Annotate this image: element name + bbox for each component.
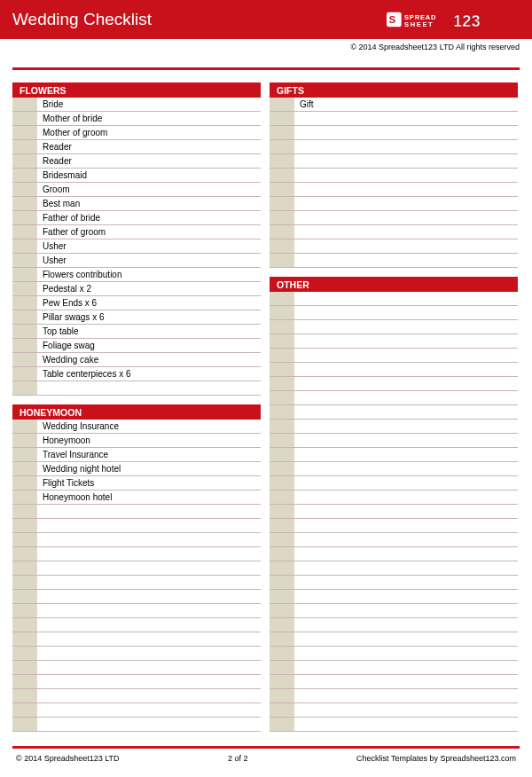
checkbox-cell[interactable] bbox=[270, 349, 294, 363]
checkbox-cell[interactable] bbox=[12, 339, 37, 353]
checkbox-cell[interactable] bbox=[12, 325, 37, 339]
checkbox-cell[interactable] bbox=[12, 197, 37, 211]
checklist-row bbox=[12, 689, 261, 703]
checkbox-cell[interactable] bbox=[270, 183, 294, 197]
checkbox-cell[interactable] bbox=[270, 661, 294, 675]
checkbox-cell[interactable] bbox=[270, 675, 294, 689]
checkbox-cell[interactable] bbox=[12, 491, 37, 505]
checkbox-cell[interactable] bbox=[270, 618, 294, 632]
checkbox-cell[interactable] bbox=[270, 462, 294, 476]
checkbox-cell[interactable] bbox=[12, 239, 37, 254]
checkbox-cell[interactable] bbox=[12, 448, 37, 462]
checkbox-cell[interactable] bbox=[270, 254, 294, 268]
checkbox-cell[interactable] bbox=[270, 561, 294, 576]
checkbox-cell[interactable] bbox=[270, 703, 294, 718]
checklist-row bbox=[270, 154, 518, 169]
checkbox-cell[interactable] bbox=[12, 254, 37, 268]
checkbox-cell[interactable] bbox=[12, 604, 37, 618]
checkbox-cell[interactable] bbox=[12, 353, 37, 367]
checkbox-cell[interactable] bbox=[12, 420, 37, 434]
checkbox-cell[interactable] bbox=[270, 98, 294, 112]
checkbox-cell[interactable] bbox=[12, 703, 37, 718]
checkbox-cell[interactable] bbox=[12, 112, 37, 126]
checkbox-cell[interactable] bbox=[270, 604, 294, 618]
checkbox-cell[interactable] bbox=[270, 320, 294, 334]
checklist-row bbox=[270, 689, 518, 703]
checkbox-cell[interactable] bbox=[270, 505, 294, 519]
checkbox-cell[interactable] bbox=[12, 519, 37, 533]
checkbox-cell[interactable] bbox=[270, 292, 294, 306]
checkbox-cell[interactable] bbox=[12, 434, 37, 448]
checkbox-cell[interactable] bbox=[12, 367, 37, 381]
checkbox-cell[interactable] bbox=[12, 632, 37, 647]
row-label bbox=[294, 334, 518, 348]
checkbox-cell[interactable] bbox=[270, 334, 294, 349]
checkbox-cell[interactable] bbox=[12, 590, 37, 604]
checkbox-cell[interactable] bbox=[270, 420, 294, 434]
checkbox-cell[interactable] bbox=[270, 211, 294, 225]
checkbox-cell[interactable] bbox=[12, 505, 37, 519]
checkbox-cell[interactable] bbox=[12, 533, 37, 547]
checkbox-cell[interactable] bbox=[12, 647, 37, 661]
checkbox-cell[interactable] bbox=[270, 632, 294, 647]
checkbox-cell[interactable] bbox=[12, 296, 37, 310]
checkbox-cell[interactable] bbox=[12, 154, 37, 169]
row-label bbox=[294, 618, 518, 632]
checkbox-cell[interactable] bbox=[270, 689, 294, 703]
checkbox-cell[interactable] bbox=[12, 561, 37, 576]
checkbox-cell[interactable] bbox=[270, 306, 294, 320]
checklist-row bbox=[270, 292, 518, 306]
checkbox-cell[interactable] bbox=[12, 476, 37, 491]
checkbox-cell[interactable] bbox=[270, 377, 294, 391]
checkbox-cell[interactable] bbox=[12, 268, 37, 282]
checkbox-cell[interactable] bbox=[270, 405, 294, 420]
page-title: Wedding Checklist bbox=[12, 10, 152, 29]
checkbox-cell[interactable] bbox=[270, 434, 294, 448]
checkbox-cell[interactable] bbox=[270, 225, 294, 239]
checkbox-cell[interactable] bbox=[270, 647, 294, 661]
checkbox-cell[interactable] bbox=[270, 519, 294, 533]
checkbox-cell[interactable] bbox=[270, 476, 294, 491]
checkbox-cell[interactable] bbox=[12, 689, 37, 703]
checkbox-cell[interactable] bbox=[12, 225, 37, 239]
checkbox-cell[interactable] bbox=[12, 661, 37, 675]
checkbox-cell[interactable] bbox=[12, 618, 37, 632]
checklist-row bbox=[270, 169, 518, 183]
checkbox-cell[interactable] bbox=[12, 282, 37, 296]
checklist-row bbox=[270, 211, 518, 225]
section-header: GIFTS bbox=[270, 82, 518, 98]
checkbox-cell[interactable] bbox=[12, 547, 37, 561]
checkbox-cell[interactable] bbox=[270, 590, 294, 604]
checkbox-cell[interactable] bbox=[270, 112, 294, 126]
checkbox-cell[interactable] bbox=[12, 183, 37, 197]
checkbox-cell[interactable] bbox=[12, 169, 37, 183]
row-label: Bride bbox=[37, 98, 261, 111]
checkbox-cell[interactable] bbox=[12, 576, 37, 590]
checkbox-cell[interactable] bbox=[12, 675, 37, 689]
checkbox-cell[interactable] bbox=[270, 547, 294, 561]
checkbox-cell[interactable] bbox=[270, 391, 294, 405]
checkbox-cell[interactable] bbox=[12, 718, 37, 732]
checkbox-cell[interactable] bbox=[270, 533, 294, 547]
checkbox-cell[interactable] bbox=[270, 363, 294, 377]
checkbox-cell[interactable] bbox=[270, 491, 294, 505]
checkbox-cell[interactable] bbox=[12, 140, 37, 154]
checkbox-cell[interactable] bbox=[270, 126, 294, 140]
row-label bbox=[294, 112, 518, 125]
checkbox-cell[interactable] bbox=[12, 462, 37, 476]
checkbox-cell[interactable] bbox=[270, 169, 294, 183]
checklist-row bbox=[270, 363, 518, 377]
checkbox-cell[interactable] bbox=[270, 718, 294, 732]
checkbox-cell[interactable] bbox=[270, 576, 294, 590]
checkbox-cell[interactable] bbox=[12, 126, 37, 140]
checkbox-cell[interactable] bbox=[270, 448, 294, 462]
checkbox-cell[interactable] bbox=[12, 310, 37, 325]
checkbox-cell[interactable] bbox=[12, 211, 37, 225]
checkbox-cell[interactable] bbox=[12, 381, 37, 396]
checkbox-cell[interactable] bbox=[270, 197, 294, 211]
checklist-row bbox=[12, 647, 261, 661]
checkbox-cell[interactable] bbox=[270, 239, 294, 254]
checkbox-cell[interactable] bbox=[270, 154, 294, 169]
checkbox-cell[interactable] bbox=[270, 140, 294, 154]
checkbox-cell[interactable] bbox=[12, 98, 37, 112]
